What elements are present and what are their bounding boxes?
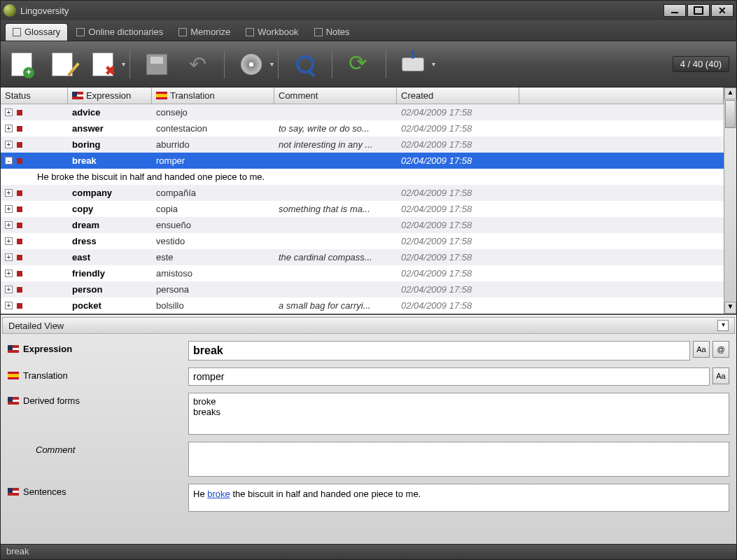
expand-toggle[interactable]: + [5,253,13,261]
format-expression-button[interactable]: Aa [693,341,710,358]
expand-toggle[interactable]: + [5,141,13,148]
comment-input[interactable] [188,442,729,477]
table-row[interactable]: +dreamensueño02/04/2009 17:58 [1,217,724,233]
toolbar-separator [386,50,386,78]
close-button[interactable]: ✕ [711,4,734,17]
table-row[interactable]: +adviceconsejo02/04/2009 17:58 [1,104,724,120]
expand-toggle[interactable]: + [5,286,13,293]
scroll-thumb[interactable] [725,100,736,128]
cell-translation: bolsillo [152,299,274,312]
scroll-up-button[interactable]: ▲ [724,88,736,99]
tab-glossary[interactable]: Glossary [5,23,68,41]
cell-translation: consejo [152,106,274,119]
status-dot-icon [17,110,22,115]
cell-expression: dress [68,234,152,248]
tab-bar: Glossary Online dictionaries Memorize Wo… [1,20,736,41]
col-status[interactable]: Status [1,88,68,104]
table-row[interactable]: +eastestethe cardinal compass...02/04/20… [1,249,724,265]
cell-comment [274,111,397,114]
new-icon [11,52,32,76]
app-window: Lingoversity ✕ Glossary Online dictionar… [0,0,737,560]
expand-toggle[interactable]: + [5,221,13,229]
search-button[interactable] [291,50,319,78]
new-entry-button[interactable] [8,50,36,78]
expand-toggle[interactable]: + [5,189,13,197]
table-row-detail: He broke the biscuit in half and handed … [1,169,724,185]
table-row[interactable]: +friendlyamistoso02/04/2009 17:58 [1,265,724,281]
expression-input[interactable]: break [188,341,690,360]
titlebar[interactable]: Lingoversity ✕ [1,1,736,20]
maximize-button[interactable] [687,4,710,17]
derived-forms-input[interactable]: broke breaks [188,393,729,435]
col-comment[interactable]: Comment [274,88,397,104]
cell-expression: break [68,154,152,167]
flag-es-icon [156,92,167,99]
expand-toggle[interactable]: + [5,205,13,213]
media-button[interactable] [237,50,265,78]
undo-button[interactable]: ↶ [183,50,211,78]
expand-toggle[interactable]: + [5,125,13,132]
flag-us-icon [72,92,83,99]
cell-comment [274,272,397,275]
import-button[interactable] [399,50,427,78]
col-translation[interactable]: Translation [152,88,274,104]
table-row[interactable]: +companycompañía02/04/2009 17:58 [1,185,724,201]
expand-toggle[interactable]: - [5,157,13,164]
col-expression[interactable]: Expression [68,88,152,104]
table-row[interactable]: +copycopiasomething that is ma...02/04/2… [1,201,724,217]
table-row[interactable]: +boringaburridonot interesting in any ..… [1,136,724,153]
entry-counter: 4 / 40 (40) [673,56,729,72]
col-created[interactable]: Created [397,88,519,104]
cell-expression: friendly [68,267,152,280]
delete-entry-button[interactable] [89,50,117,78]
tab-notes[interactable]: Notes [307,24,357,41]
table-row[interactable]: -breakromper02/04/2009 17:58 [1,153,724,169]
cell-created: 02/04/2009 17:58 [397,106,519,119]
flag-us-icon [8,488,19,496]
tab-workbook[interactable]: Workbook [239,24,305,41]
edit-icon [52,52,73,76]
table-row[interactable]: +dressvestido02/04/2009 17:58 [1,233,724,249]
cell-expression: person [68,283,152,296]
tab-online-dictionaries[interactable]: Online dictionaries [69,24,170,41]
cell-comment [274,160,397,162]
edit-entry-button[interactable] [48,50,76,78]
scroll-down-button[interactable]: ▼ [724,302,736,314]
label-expression: Expression [8,341,183,354]
cell-expression: copy [68,202,152,216]
vertical-scrollbar[interactable]: ▲ ▼ [724,88,736,314]
cell-created: 02/04/2009 17:58 [397,186,519,200]
table-row[interactable]: +personpersona02/04/2009 17:58 [1,281,724,298]
app-title: Lingoversity [20,6,662,16]
tab-memorize[interactable]: Memorize [171,24,237,41]
table-row[interactable]: +pocketbolsilloa small bag for carryi...… [1,298,724,314]
translation-input[interactable]: romper [188,368,710,386]
cell-created: 02/04/2009 17:58 [397,234,519,248]
expand-toggle[interactable]: + [5,270,13,277]
glossary-table: Status Expression Translation Comment Cr… [1,88,736,315]
table-row[interactable]: +answercontestacionto say, write or do s… [1,120,724,136]
minimize-button[interactable] [664,4,686,17]
cell-expression: advice [68,106,152,119]
status-dot-icon [17,190,22,196]
undo-icon: ↶ [189,52,206,76]
expand-toggle[interactable]: + [5,237,13,245]
cell-created: 02/04/2009 17:58 [397,283,519,296]
memorize-icon [178,28,187,36]
expand-toggle[interactable]: + [5,302,13,309]
cell-translation: compañía [152,186,274,200]
cell-created: 02/04/2009 17:58 [397,251,519,264]
refresh-button[interactable] [345,50,373,78]
toolbar-separator [332,50,332,78]
status-dot-icon [17,239,22,244]
status-dot-icon [17,142,22,148]
status-dot-icon [17,223,22,228]
detailed-view-pane: Detailed View ▾ Expression break Aa @ Tr… [1,315,736,544]
format-translation-button[interactable]: Aa [713,368,729,384]
lookup-expression-button[interactable]: @ [713,341,729,358]
save-button[interactable] [143,50,171,78]
collapse-button[interactable]: ▾ [717,320,729,331]
cell-translation: contestacion [152,122,274,135]
sentences-input[interactable]: He broke the biscuit in half and handed … [188,484,729,512]
expand-toggle[interactable]: + [5,108,13,116]
